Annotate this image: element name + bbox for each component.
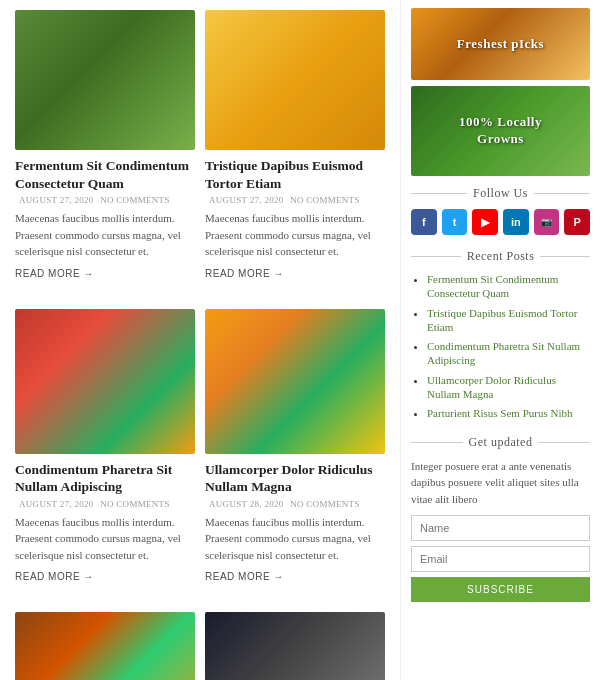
instagram-icon[interactable]: 📷 bbox=[534, 209, 560, 235]
recent-post-item[interactable]: Tristique Dapibus Euismod Tortor Etiam bbox=[427, 306, 590, 335]
social-icons: f t ▶ in 📷 P bbox=[411, 209, 590, 235]
recent-post-link-5[interactable]: Parturient Risus Sem Purus Nibh bbox=[427, 407, 572, 419]
locally-grown-banner[interactable]: 100% Locally Growns bbox=[411, 86, 590, 176]
sidebar: Freshest pIcks 100% Locally Growns Follo… bbox=[400, 0, 600, 680]
read-more-4[interactable]: Read More bbox=[205, 571, 284, 582]
youtube-icon[interactable]: ▶ bbox=[472, 209, 498, 235]
post-card-1: Fermentum Sit Condimentum Consectetur Qu… bbox=[15, 10, 195, 281]
post-image-3 bbox=[15, 309, 195, 454]
get-updated-description: Integer posuere erat a ante venenatis da… bbox=[411, 458, 590, 508]
name-input[interactable] bbox=[411, 515, 590, 541]
get-updated-section: Get updated Integer posuere erat a ante … bbox=[411, 435, 590, 603]
linkedin-icon[interactable]: in bbox=[503, 209, 529, 235]
recent-post-link-1[interactable]: Fermentum Sit Condimentum Consectetur Qu… bbox=[427, 273, 558, 299]
post-excerpt-4: Maecenas faucibus mollis interdum. Praes… bbox=[205, 514, 385, 564]
read-more-2[interactable]: Read More bbox=[205, 268, 284, 279]
post-title-1: Fermentum Sit Condimentum Consectetur Qu… bbox=[15, 157, 195, 192]
post-card-4: Ullamcorper Dolor Ridiculus Nullam Magna… bbox=[205, 309, 385, 585]
recent-posts-heading: Recent Posts bbox=[411, 249, 590, 264]
post-meta-3: August 27, 2020 No Comments bbox=[15, 499, 195, 509]
post-grid: Fermentum Sit Condimentum Consectetur Qu… bbox=[15, 10, 385, 680]
twitter-icon[interactable]: t bbox=[442, 209, 468, 235]
post-meta-1: August 27, 2020 No Comments bbox=[15, 195, 195, 205]
follow-us-section: Follow Us f t ▶ in 📷 P bbox=[411, 186, 590, 235]
recent-posts-list: Fermentum Sit Condimentum Consectetur Qu… bbox=[411, 272, 590, 421]
facebook-icon[interactable]: f bbox=[411, 209, 437, 235]
read-more-3[interactable]: Read More bbox=[15, 571, 94, 582]
post-excerpt-3: Maecenas faucibus mollis interdum. Praes… bbox=[15, 514, 195, 564]
freshest-picks-text: Freshest pIcks bbox=[457, 36, 544, 53]
recent-post-item[interactable]: Fermentum Sit Condimentum Consectetur Qu… bbox=[427, 272, 590, 301]
post-card-5: Parturient Risus Sem Purus Nibh August 2… bbox=[15, 612, 195, 680]
recent-post-link-4[interactable]: Ullamcorper Dolor Ridiculus Nullam Magna bbox=[427, 374, 556, 400]
post-card-3: Condimentum Pharetra Sit Nullam Adipisci… bbox=[15, 309, 195, 585]
post-meta-4: August 28, 2020 No Comments bbox=[205, 499, 385, 509]
pinterest-icon[interactable]: P bbox=[564, 209, 590, 235]
post-card-2: Tristique Dapibus Euismod Tortor Etiam A… bbox=[205, 10, 385, 281]
recent-posts-section: Recent Posts Fermentum Sit Condimentum C… bbox=[411, 249, 590, 421]
post-image-6 bbox=[205, 612, 385, 680]
post-excerpt-2: Maecenas faucibus mollis interdum. Praes… bbox=[205, 210, 385, 260]
email-input[interactable] bbox=[411, 546, 590, 572]
subscribe-button[interactable]: Subscribe bbox=[411, 577, 590, 602]
post-image-2 bbox=[205, 10, 385, 150]
main-content: Fermentum Sit Condimentum Consectetur Qu… bbox=[0, 0, 400, 680]
recent-post-item[interactable]: Parturient Risus Sem Purus Nibh bbox=[427, 406, 590, 420]
post-title-3: Condimentum Pharetra Sit Nullam Adipisci… bbox=[15, 461, 195, 496]
post-image-4 bbox=[205, 309, 385, 454]
post-image-1 bbox=[15, 10, 195, 150]
post-title-2: Tristique Dapibus Euismod Tortor Etiam bbox=[205, 157, 385, 192]
recent-post-link-2[interactable]: Tristique Dapibus Euismod Tortor Etiam bbox=[427, 307, 578, 333]
post-meta-2: August 27, 2020 No Comments bbox=[205, 195, 385, 205]
get-updated-heading: Get updated bbox=[411, 435, 590, 450]
post-card-6: Tortor Justo Parturient Sem Fermentu Aug… bbox=[205, 612, 385, 680]
post-image-5 bbox=[15, 612, 195, 680]
locally-grown-text: 100% Locally Growns bbox=[459, 114, 542, 148]
recent-post-item[interactable]: Ullamcorper Dolor Ridiculus Nullam Magna bbox=[427, 373, 590, 402]
recent-post-link-3[interactable]: Condimentum Pharetra Sit Nullam Adipisci… bbox=[427, 340, 580, 366]
post-excerpt-1: Maecenas faucibus mollis interdum. Praes… bbox=[15, 210, 195, 260]
post-title-4: Ullamcorper Dolor Ridiculus Nullam Magna bbox=[205, 461, 385, 496]
read-more-1[interactable]: Read More bbox=[15, 268, 94, 279]
recent-post-item[interactable]: Condimentum Pharetra Sit Nullam Adipisci… bbox=[427, 339, 590, 368]
follow-us-heading: Follow Us bbox=[411, 186, 590, 201]
freshest-picks-banner[interactable]: Freshest pIcks bbox=[411, 8, 590, 80]
